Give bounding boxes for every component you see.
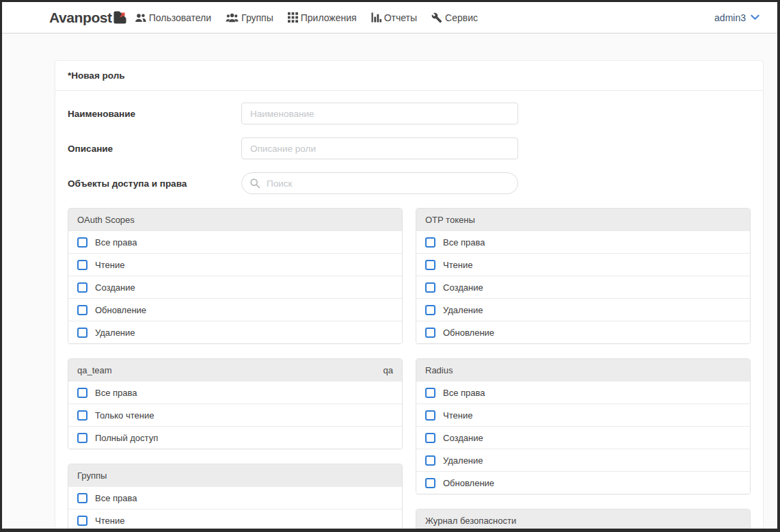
- permission-row[interactable]: Все права: [416, 230, 750, 253]
- permission-label: Только чтение: [95, 410, 154, 421]
- permission-checkbox[interactable]: [425, 260, 435, 270]
- permission-checkbox[interactable]: [425, 305, 435, 315]
- chevron-down-icon: [751, 14, 759, 21]
- permission-label: Все права: [443, 237, 485, 248]
- permission-checkbox[interactable]: [77, 388, 88, 398]
- permission-panels: OAuth ScopesВсе праваЧтениеСозданиеОбнов…: [68, 208, 751, 532]
- permission-row[interactable]: Все права: [68, 486, 402, 509]
- permission-label: Удаление: [443, 305, 483, 315]
- permission-label: Создание: [95, 282, 135, 293]
- apps-grid-icon: [288, 12, 298, 23]
- description-input[interactable]: [241, 137, 518, 159]
- panel-header: qa_teamqa: [68, 359, 402, 381]
- permission-checkbox[interactable]: [425, 388, 435, 398]
- permission-checkbox[interactable]: [77, 493, 88, 503]
- nav-item-groups[interactable]: Группы: [226, 12, 273, 23]
- permission-row[interactable]: Создание: [416, 426, 750, 449]
- users-icon: [135, 13, 146, 23]
- panel-title: qa_team: [77, 365, 112, 375]
- avanpost-logo[interactable]: Avanpost: [49, 10, 126, 26]
- panel-title: Radius: [425, 365, 453, 375]
- permission-label: Обновление: [95, 305, 146, 315]
- permission-label: Обновление: [443, 478, 494, 488]
- permissions-panel: OTP токеныВсе праваЧтениеСозданиеУдалени…: [416, 208, 751, 344]
- permission-checkbox[interactable]: [425, 410, 435, 421]
- permission-row[interactable]: Все права: [68, 230, 402, 253]
- permission-row[interactable]: Чтение: [68, 253, 402, 276]
- form-row-description: Описание: [68, 137, 751, 159]
- permission-row[interactable]: Обновление: [416, 321, 750, 343]
- app-window: Avanpost Пользова: [0, 0, 780, 532]
- permission-label: Все права: [443, 388, 485, 398]
- panel-title: OTP токены: [425, 215, 475, 225]
- permission-checkbox[interactable]: [425, 455, 435, 466]
- nav-item-service[interactable]: Сервис: [431, 12, 478, 23]
- permission-row[interactable]: Только чтение: [68, 403, 402, 426]
- permission-label: Создание: [443, 433, 483, 443]
- nav-item-applications[interactable]: Приложения: [288, 12, 357, 23]
- permission-row[interactable]: Обновление: [416, 471, 750, 494]
- permission-checkbox[interactable]: [77, 516, 88, 526]
- panel-subtitle: qa: [384, 365, 393, 375]
- permission-checkbox[interactable]: [77, 260, 88, 270]
- name-label: Наименование: [68, 109, 241, 119]
- nav-item-reports[interactable]: Отчеты: [371, 12, 417, 23]
- nav-item-label: Отчеты: [384, 12, 417, 23]
- permission-label: Все права: [95, 493, 137, 503]
- nav-item-label: Приложения: [301, 12, 357, 23]
- user-group-icon: [226, 13, 239, 23]
- permission-checkbox[interactable]: [77, 433, 88, 443]
- permissions-panel: RadiusВсе праваЧтениеСозданиеУдалениеОбн…: [416, 358, 751, 494]
- user-menu[interactable]: admin3: [714, 12, 759, 23]
- permission-checkbox[interactable]: [77, 305, 88, 315]
- permission-row[interactable]: Полный доступ: [68, 426, 402, 449]
- permission-row[interactable]: Создание: [68, 276, 402, 298]
- permission-row[interactable]: Создание: [416, 276, 750, 298]
- permission-checkbox[interactable]: [425, 328, 435, 338]
- permission-label: Чтение: [443, 410, 472, 421]
- permission-row[interactable]: Чтение: [416, 403, 750, 426]
- wrench-icon: [431, 12, 442, 23]
- permission-checkbox[interactable]: [425, 478, 435, 488]
- permission-checkbox[interactable]: [77, 282, 88, 293]
- permission-checkbox[interactable]: [77, 410, 88, 421]
- panel-header: Журнал безопасности: [416, 509, 750, 531]
- permission-row[interactable]: Чтение: [68, 509, 402, 531]
- name-input[interactable]: [241, 103, 518, 124]
- bar-chart-icon: [371, 12, 381, 23]
- permissions-panel: ГруппыВсе праваЧтение: [68, 464, 403, 532]
- permission-row[interactable]: Чтение: [416, 253, 750, 276]
- nav-item-label: Сервис: [445, 12, 478, 23]
- permission-label: Удаление: [95, 328, 135, 338]
- permission-checkbox[interactable]: [425, 433, 435, 443]
- permissions-panel: qa_teamqaВсе праваТолько чтениеПолный до…: [68, 358, 403, 449]
- permission-label: Полный доступ: [95, 433, 158, 443]
- permission-label: Обновление: [443, 328, 494, 338]
- top-navbar: Avanpost Пользова: [2, 2, 777, 34]
- permission-row[interactable]: Все права: [416, 381, 750, 403]
- permission-row[interactable]: Удаление: [416, 298, 750, 321]
- permission-row[interactable]: Удаление: [68, 321, 402, 343]
- username: admin3: [714, 12, 746, 23]
- permission-row[interactable]: Удаление: [416, 449, 750, 471]
- permission-checkbox[interactable]: [425, 237, 435, 248]
- permissions-panel: OAuth ScopesВсе праваЧтениеСозданиеОбнов…: [68, 208, 403, 344]
- permission-label: Удаление: [443, 455, 483, 466]
- nav-item-users[interactable]: Пользователи: [135, 12, 211, 23]
- form-row-access-objects: Объекты доступа и права: [68, 172, 751, 194]
- permission-row[interactable]: Обновление: [68, 298, 402, 321]
- permission-label: Создание: [443, 282, 483, 293]
- permission-checkbox[interactable]: [77, 328, 88, 338]
- panels-left-column: OAuth ScopesВсе праваЧтениеСозданиеОбнов…: [68, 208, 403, 532]
- search-input[interactable]: [241, 172, 518, 194]
- form-row-name: Наименование: [68, 103, 751, 124]
- permission-checkbox[interactable]: [425, 282, 435, 293]
- description-label: Описание: [68, 144, 241, 154]
- permission-checkbox[interactable]: [77, 237, 88, 248]
- panel-title: Журнал безопасности: [425, 516, 516, 526]
- permission-row[interactable]: Все права: [68, 381, 402, 403]
- card-header: *Новая роль: [55, 61, 763, 91]
- panel-header: Radius: [416, 359, 750, 381]
- logo-text: Avanpost: [49, 10, 112, 26]
- panel-header: OAuth Scopes: [68, 209, 402, 230]
